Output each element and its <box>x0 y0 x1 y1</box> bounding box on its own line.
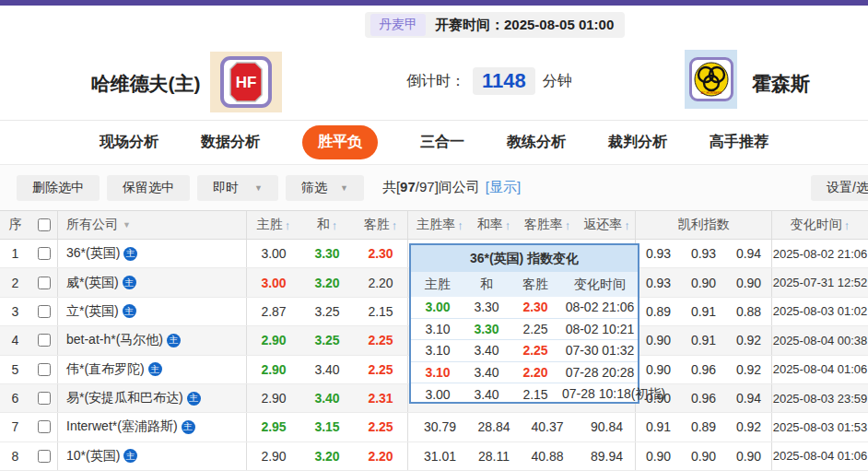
company-name: 立*(英国) <box>66 303 119 320</box>
header-draw_rate[interactable]: 和率↑ <box>472 211 516 239</box>
odds-cell[interactable]: 3.20 <box>300 268 354 296</box>
sort-asc-icon: ↑ <box>844 218 850 232</box>
odds-cell[interactable]: 3.15 <box>300 413 354 441</box>
popup-cell: 2.15 <box>509 387 562 402</box>
header-home_rate[interactable]: 主胜率↑ <box>408 211 472 239</box>
odds-cell[interactable]: 3.25 <box>300 298 354 325</box>
row-checkbox[interactable] <box>38 247 51 260</box>
odds-cell[interactable]: 3.00 <box>247 240 300 267</box>
row-seq: 3 <box>0 298 30 325</box>
row-seq: 6 <box>0 384 30 412</box>
company-cell[interactable]: Interwet*(塞浦路斯)主 <box>58 413 247 441</box>
odds-cell[interactable]: 2.31 <box>354 384 408 412</box>
home-tag-icon: 主 <box>187 392 201 406</box>
company-cell[interactable]: bet-at-h*(马尔他)主 <box>58 326 247 354</box>
odds-cell[interactable]: 2.15 <box>354 298 408 325</box>
sort-asc-icon: ↑ <box>505 218 511 232</box>
tab-现场分析[interactable]: 现场分析 <box>100 133 158 152</box>
popup-value: 2.20 <box>522 365 547 380</box>
odds-cell[interactable]: 3.40 <box>300 384 354 412</box>
odds-cell[interactable]: 3.20 <box>300 442 354 470</box>
odds-cell[interactable]: 3.30 <box>300 240 354 267</box>
odds-cell[interactable]: 2.30 <box>354 240 408 267</box>
header-return_rate[interactable]: 返还率↑ <box>579 211 636 239</box>
popup-cell: 3.10 <box>411 322 464 336</box>
company-cell[interactable]: 易*(安提瓜和巴布达)主 <box>58 384 247 412</box>
popup-cell: 2.25 <box>509 322 562 336</box>
odds-cell[interactable]: 2.95 <box>247 413 300 441</box>
kickoff-info-bar: 丹麦甲 开赛时间：2025-08-05 01:00 <box>365 12 625 38</box>
odds-value: 3.25 <box>314 333 339 347</box>
odds-cell[interactable]: 2.90 <box>247 442 300 470</box>
odds-cell[interactable]: 2.20 <box>354 442 408 470</box>
row-checkbox[interactable] <box>38 305 51 318</box>
row-checkbox[interactable] <box>38 277 51 289</box>
odds-cell[interactable]: 2.20 <box>354 268 408 296</box>
tab-高手推荐[interactable]: 高手推荐 <box>710 133 768 152</box>
odds-cell[interactable]: 2.25 <box>354 326 408 354</box>
header-check[interactable] <box>30 211 58 239</box>
header-home_rate-label: 主胜率 <box>416 217 455 233</box>
tab-教练分析[interactable]: 教练分析 <box>507 133 566 152</box>
keep-selected-button[interactable]: 保留选中 <box>107 175 190 201</box>
odds-cell[interactable]: 3.00 <box>247 268 300 296</box>
row-checkbox[interactable] <box>38 363 51 376</box>
header-away[interactable]: 客胜↑ <box>354 211 408 239</box>
horsens-crest-icon: AC HORSENS <box>694 62 729 97</box>
company-cell[interactable]: 伟*(直布罗陀)主 <box>58 356 247 383</box>
header-away_rate[interactable]: 客胜率↑ <box>516 211 579 239</box>
company-name: 36*(英国) <box>66 245 120 262</box>
odds-cell[interactable]: 2.25 <box>354 356 408 383</box>
odds-value: 3.30 <box>314 246 339 261</box>
header-time[interactable]: 变化时间↑ <box>772 211 868 239</box>
table-row: 810*(英国)主2.903.202.2031.0128.1140.8889.9… <box>0 442 868 471</box>
odds-value: 3.00 <box>261 276 286 290</box>
row-checkbox[interactable] <box>38 334 51 347</box>
row-checkbox[interactable] <box>38 420 51 433</box>
instant-dropdown[interactable]: 即时▼ <box>197 175 278 201</box>
table-row: 7Interwet*(塞浦路斯)主2.953.152.2530.7928.844… <box>0 413 868 442</box>
svg-text:AC HORSENS: AC HORSENS <box>700 91 721 95</box>
delete-selected-button[interactable]: 删除选中 <box>17 175 100 201</box>
odds-cell[interactable]: 3.25 <box>300 326 354 354</box>
odds-cell[interactable]: 2.25 <box>354 413 408 441</box>
header-draw[interactable]: 和↑ <box>300 211 354 239</box>
select-all-checkbox[interactable] <box>38 218 51 231</box>
rate-cell: 90.84 <box>579 413 636 441</box>
tab-裁判分析[interactable]: 裁判分析 <box>608 133 667 152</box>
company-cell[interactable]: 威*(英国)主 <box>58 268 247 296</box>
odds-change-popup-body: 3.003.302.3008-02 21:063.103.302.2508-02… <box>411 297 638 406</box>
odds-cell[interactable]: 2.87 <box>247 298 300 325</box>
match-header: 哈维德夫(主) HF 倒计时： 1148 分钟 AC HORSENS 霍森斯 <box>0 38 868 121</box>
header-away-label: 客胜 <box>364 217 390 233</box>
odds-value: 2.87 <box>261 304 286 319</box>
tab-胜平负[interactable]: 胜平负 <box>302 125 378 159</box>
company-cell[interactable]: 立*(英国)主 <box>58 298 247 325</box>
odds-cell[interactable]: 2.90 <box>247 326 300 354</box>
rate-cell: 28.84 <box>472 413 516 441</box>
company-cell[interactable]: 36*(英国)主 <box>58 240 247 267</box>
row-seq: 4 <box>0 326 30 354</box>
odds-cell[interactable]: 2.90 <box>247 384 300 412</box>
show-link[interactable]: [显示] <box>486 179 521 194</box>
home-tag-icon: 主 <box>123 304 136 318</box>
odds-cell[interactable]: 3.40 <box>300 356 354 383</box>
settings-button[interactable]: 设置/选择 <box>811 175 868 201</box>
tab-数据分析[interactable]: 数据分析 <box>201 133 260 152</box>
popup-cell: 3.40 <box>464 343 509 358</box>
popup-value: 2.25 <box>522 322 547 336</box>
header-company[interactable]: 所有公司▼ <box>58 211 247 239</box>
row-checkbox[interactable] <box>38 450 51 463</box>
kelly-cell: 0.91 <box>681 298 726 325</box>
popup-cell: 08-02 21:06 <box>562 300 638 314</box>
row-checkbox[interactable] <box>38 392 51 405</box>
popup-value: 3.10 <box>425 343 450 358</box>
header-home[interactable]: 主胜↑ <box>247 211 300 239</box>
tab-三合一[interactable]: 三合一 <box>420 133 464 152</box>
header-time-label: 变化时间 <box>791 217 842 233</box>
company-cell[interactable]: 10*(英国)主 <box>58 442 247 470</box>
odds-cell[interactable]: 2.90 <box>247 356 300 383</box>
kelly-cell: 0.93 <box>681 240 726 267</box>
league-badge[interactable]: 丹麦甲 <box>370 14 426 36</box>
filter-dropdown[interactable]: 筛选▼ <box>286 175 364 201</box>
